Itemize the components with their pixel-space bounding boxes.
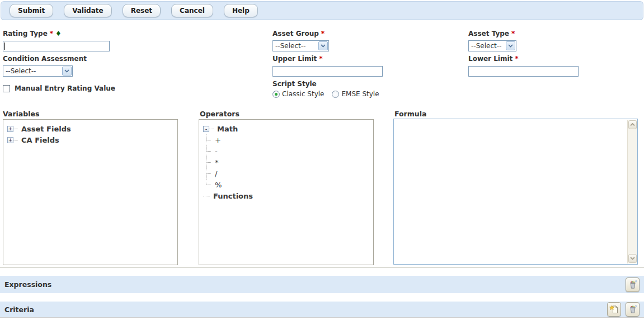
operator-label[interactable]: % — [215, 181, 222, 189]
lower-limit-label: Lower Limit* — [468, 55, 642, 63]
classic-style-radio[interactable] — [272, 91, 280, 98]
help-button[interactable]: Help — [224, 4, 258, 17]
tree-connector — [203, 196, 210, 196]
asset-group-label: Asset Group* — [272, 30, 457, 38]
tree-connector — [206, 157, 215, 168]
operator-divide[interactable]: / — [206, 168, 371, 179]
tree-node-label[interactable]: Functions — [213, 192, 253, 200]
condition-assessment-value: --Select-- — [6, 67, 36, 75]
required-asterisk: * — [515, 55, 518, 63]
tree-collapse-icon[interactable]: - — [203, 126, 209, 132]
script-style-radio-group: Classic Style EMSE Style — [272, 90, 457, 98]
expressions-section-bar: Expressions — [0, 276, 644, 293]
classic-style-label: Classic Style — [282, 90, 324, 98]
formula-panel-title: Formula — [394, 110, 426, 118]
tree-connector — [206, 168, 215, 179]
chevron-down-icon[interactable] — [62, 67, 72, 76]
tree-connector — [206, 134, 215, 145]
required-asterisk: * — [50, 30, 53, 37]
lower-limit-label-text: Lower Limit — [468, 55, 513, 63]
variables-panel: + Asset Fields + CA Fields — [3, 119, 178, 265]
cancel-button[interactable]: Cancel — [171, 4, 213, 17]
manual-entry-label: Manual Entry Rating Value — [15, 84, 115, 93]
operator-label[interactable]: / — [215, 170, 217, 178]
tree-node-ca-fields[interactable]: + CA Fields — [6, 134, 175, 145]
condition-assessment-select[interactable]: --Select-- — [3, 65, 73, 77]
upper-limit-label-text: Upper Limit — [272, 55, 317, 63]
operator-label[interactable]: * — [215, 158, 219, 167]
asset-type-value: --Select-- — [471, 42, 501, 50]
text-caret — [4, 43, 5, 50]
delete-expression-button[interactable] — [626, 277, 640, 292]
trash-icon — [628, 305, 637, 314]
lower-limit-input[interactable] — [468, 66, 579, 77]
tree-connector — [13, 140, 18, 140]
diamond-marker-icon: ♦ — [55, 30, 62, 37]
scroll-up-icon[interactable] — [628, 120, 637, 129]
delete-criteria-button[interactable] — [626, 302, 640, 317]
required-asterisk: * — [321, 30, 325, 37]
section-divider — [0, 267, 644, 268]
tree-node-math[interactable]: - Math — [201, 123, 371, 134]
new-item-icon — [609, 305, 619, 314]
asset-group-select[interactable]: --Select-- — [272, 40, 329, 51]
operator-minus[interactable]: - — [206, 145, 371, 157]
submit-button[interactable]: Submit — [10, 4, 53, 17]
manual-entry-checkbox[interactable] — [3, 85, 10, 92]
form-column-left: Rating Type*♦ Condition Assessment --Sel… — [3, 30, 187, 93]
rating-type-input[interactable] — [3, 41, 110, 51]
tree-node-label[interactable]: Math — [217, 125, 238, 133]
asset-group-label-text: Asset Group — [272, 30, 319, 37]
form-column-right: Asset Type* --Select-- Lower Limit* — [468, 30, 642, 77]
tree-connector — [206, 179, 215, 190]
asset-group-value: --Select-- — [275, 42, 305, 50]
tree-expand-icon[interactable]: + — [7, 137, 13, 143]
upper-limit-label: Upper Limit* — [272, 55, 457, 63]
validate-button[interactable]: Validate — [64, 4, 112, 17]
rating-type-label-text: Rating Type — [3, 30, 48, 37]
rating-type-label: Rating Type*♦ — [3, 30, 187, 38]
condition-assessment-label: Condition Assessment — [3, 55, 187, 63]
formula-scrollbar[interactable] — [627, 120, 637, 263]
reset-button[interactable]: Reset — [123, 4, 161, 17]
add-criteria-button[interactable] — [607, 302, 621, 317]
tree-node-label[interactable]: CA Fields — [21, 136, 59, 144]
criteria-section-bar: Criteria — [0, 302, 644, 318]
page: Submit Validate Reset Cancel Help Rating… — [0, 0, 644, 320]
criteria-title: Criteria — [4, 305, 34, 314]
emse-style-radio[interactable] — [332, 91, 339, 98]
chevron-down-icon[interactable] — [506, 41, 515, 50]
tree-connector — [13, 129, 18, 129]
form-column-middle: Asset Group* --Select-- Upper Limit* Scr… — [272, 30, 457, 98]
tree-expand-icon[interactable]: + — [7, 126, 13, 132]
operator-label[interactable]: - — [215, 147, 218, 156]
required-asterisk: * — [319, 55, 322, 63]
required-asterisk: * — [511, 30, 515, 37]
asset-type-label-text: Asset Type — [468, 30, 509, 37]
tree-node-functions[interactable]: Functions — [203, 190, 371, 201]
operator-plus[interactable]: + — [206, 134, 371, 145]
operator-label[interactable]: + — [215, 136, 221, 144]
asset-type-select[interactable]: --Select-- — [468, 40, 516, 51]
trash-icon — [628, 280, 637, 289]
manual-entry-row: Manual Entry Rating Value — [3, 84, 187, 93]
variables-panel-title: Variables — [3, 110, 39, 118]
operators-panel: - Math + - * / % Functions — [199, 119, 374, 265]
script-style-label: Script Style — [272, 80, 457, 88]
emse-style-label: EMSE Style — [341, 90, 379, 98]
toolbar: Submit Validate Reset Cancel Help — [1, 1, 643, 20]
tree-node-label[interactable]: Asset Fields — [21, 125, 71, 133]
tree-connector — [206, 145, 215, 157]
operator-multiply[interactable]: * — [206, 157, 371, 168]
operators-panel-title: Operators — [200, 110, 239, 118]
tree-node-asset-fields[interactable]: + Asset Fields — [6, 123, 175, 134]
operator-modulo[interactable]: % — [206, 179, 371, 190]
expressions-title: Expressions — [4, 280, 51, 289]
scroll-down-icon[interactable] — [628, 254, 637, 263]
upper-limit-input[interactable] — [272, 66, 383, 77]
asset-type-label: Asset Type* — [468, 30, 642, 38]
formula-textarea[interactable] — [393, 119, 638, 265]
chevron-down-icon[interactable] — [318, 41, 328, 50]
tree-connector — [209, 129, 214, 129]
